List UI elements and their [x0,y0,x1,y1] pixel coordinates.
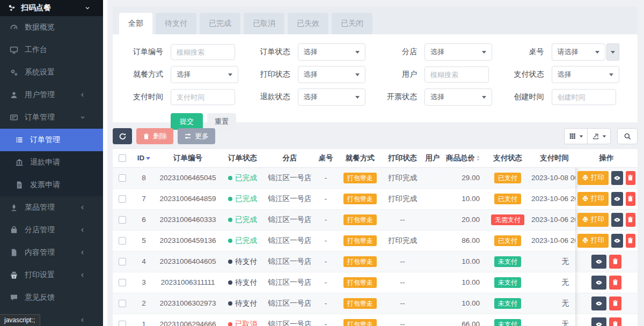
tab-已关闭[interactable]: 已关闭 [332,13,372,34]
row-checkbox[interactable] [119,321,126,326]
search-toggle-button[interactable] [617,128,638,144]
row-checkbox[interactable] [119,237,126,244]
column-header-桌号: 桌号 [314,149,337,167]
columns-button[interactable] [564,128,588,144]
row-checkbox[interactable] [119,174,126,182]
chevron-left-icon [79,227,89,233]
filter-label: 开票状态 [374,92,417,102]
delete-button[interactable]: 删除 [136,128,173,144]
filter-label: 创建时间 [501,92,544,102]
dining-badge: 打包带走 [343,173,377,183]
sidebar-item-工作台[interactable]: 工作台 [0,39,103,61]
printer-sm-icon [582,237,589,244]
cell-table-no: - [314,314,337,326]
more-button[interactable]: 更多 [178,128,215,144]
cell-pay-status: 已支付 [486,188,529,209]
tab-已失效[interactable]: 已失效 [288,13,328,34]
eye-icon [613,195,621,203]
sidebar-item-订单管理[interactable]: 订单管理 [0,129,103,151]
sidebar-item-订单管理[interactable]: 订单管理 [0,106,103,129]
sidebar-item-系统设置[interactable]: 系统设置 [0,61,103,84]
delete-action-button[interactable] [609,255,621,269]
sidebar-item-意见反馈[interactable]: 意见反馈 [0,286,103,309]
delete-action-button[interactable] [609,317,621,326]
cell-total: 10.00 [443,293,486,314]
pay-badge: 未支付 [494,277,521,288]
cell-actions: 打印 [575,188,638,209]
print-action-button[interactable]: 打印 [577,171,609,185]
sidebar-header[interactable]: 扫码点餐 [0,0,103,16]
filter-select-append-桌号[interactable] [606,43,619,61]
view-action-button[interactable] [611,213,623,227]
filter-select-打印状态[interactable]: 选择 [298,66,365,83]
sidebar-item-打印设置[interactable]: 打印设置 [0,264,103,286]
cell-print-status: -- [383,272,422,293]
filter-label: 打印状态 [247,70,290,79]
cell-pay-status: 未支付 [486,293,529,314]
filter-input-用户[interactable] [425,66,489,83]
filter-select-分店[interactable]: 选择 [425,43,492,61]
column-header-id[interactable]: ID [132,149,156,167]
cell-pay-status: 未支付 [486,272,529,293]
tab-全部[interactable]: 全部 [119,13,152,34]
cell-order-no: 20231006404605 [156,251,220,272]
filter-select-支付状态[interactable]: 选择 [552,66,619,83]
sidebar-item-用户管理[interactable]: 用户管理 [0,84,103,106]
filter-input-支付时间[interactable] [171,89,235,105]
print-action-button[interactable]: 打印 [577,213,609,227]
chevron-down-icon [84,5,91,11]
delete-action-button[interactable] [626,192,635,206]
filter-select-订单状态[interactable]: 选择 [298,43,365,61]
delete-action-button[interactable] [626,171,635,185]
column-header-分店: 分店 [265,149,314,167]
status-dot [228,322,232,326]
sidebar-item-内容管理[interactable]: 内容管理 [0,241,103,264]
print-action-button[interactable]: 打印 [577,234,609,248]
cell-pay-time: 无 [529,293,575,314]
sort-desc-icon [146,157,150,160]
pay-badge: 已支付 [494,173,521,183]
filter-select-退款状态[interactable]: 选择 [298,88,365,106]
delete-action-button[interactable] [609,276,621,290]
delete-action-button[interactable] [609,297,621,310]
column-header-商品总价[interactable]: 商品总价 [443,149,486,167]
row-checkbox[interactable] [119,216,126,224]
delete-action-button[interactable] [626,213,635,227]
row-checkbox[interactable] [119,300,126,307]
cell-branch: 锦江区一号店 [265,272,314,293]
sidebar-item-数据概览[interactable]: 数据概览 [0,16,103,39]
filter-select-开票状态[interactable]: 选择 [425,88,492,106]
row-checkbox[interactable] [119,195,126,203]
sidebar-item-分店管理[interactable]: 分店管理 [0,219,103,241]
view-action-button[interactable] [611,171,623,185]
view-action-button[interactable] [591,317,606,326]
filter-select-桌号[interactable]: 请选择 [552,43,605,61]
table-row: 3 20231006311111 待支付 锦江区一号店 - 打包带走 -- 10… [113,272,638,293]
tab-已取消[interactable]: 已取消 [244,13,284,34]
filter-input-订单编号[interactable] [171,44,235,60]
export-button[interactable] [587,128,611,144]
print-action-button[interactable]: 打印 [577,192,609,206]
view-action-button[interactable] [591,297,606,310]
cell-order-status: 已取消 [220,314,265,326]
view-action-button[interactable] [591,255,606,269]
view-action-button[interactable] [591,276,606,290]
status-dot [228,260,232,264]
row-checkbox[interactable] [119,279,126,286]
delete-action-button[interactable] [626,234,635,248]
row-checkbox[interactable] [119,258,126,265]
view-action-button[interactable] [611,192,623,206]
pay-badge: 未支付 [494,298,521,309]
filter-select-就餐方式[interactable]: 选择 [171,66,238,83]
refresh-button[interactable] [113,128,132,144]
select-all-checkbox[interactable] [119,154,126,162]
sidebar-item-退款申请[interactable]: 退款申请 [0,151,103,174]
sidebar-item-菜品管理[interactable]: 菜品管理 [0,196,103,219]
filter-input-创建时间[interactable] [552,89,616,105]
tab-已完成[interactable]: 已完成 [200,13,240,34]
view-action-button[interactable] [611,234,623,248]
refresh-icon [119,132,127,140]
sidebar-item-发票申请[interactable]: 发票申请 [0,174,103,196]
cell-dining: 打包带走 [337,209,383,230]
tab-待支付[interactable]: 待支付 [156,13,196,34]
